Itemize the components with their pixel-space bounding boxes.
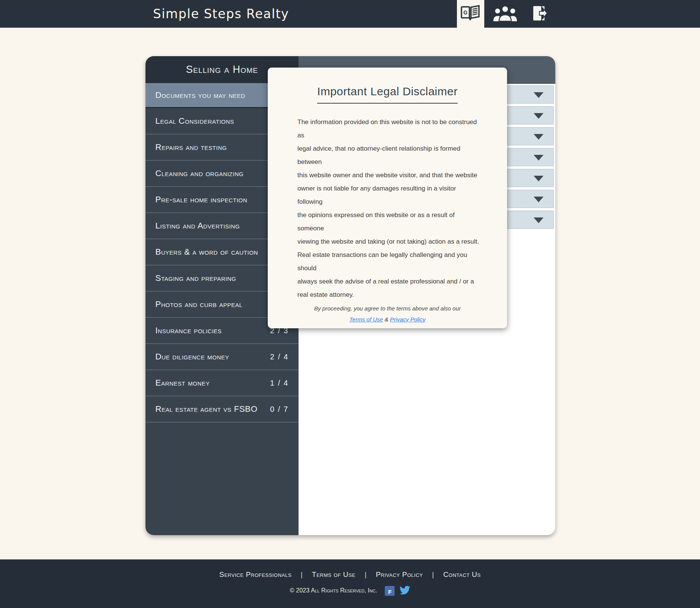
top-navigation-bar: Simple Steps Realty G [0,0,700,28]
sidebar-item-label: Real estate agent vs FSBO [155,404,267,414]
facebook-icon[interactable]: f [385,586,395,596]
svg-text:G: G [463,9,468,16]
chevron-down-icon [534,134,544,140]
sidebar-item-score: 2 / 4 [270,353,289,361]
sidebar-item-label: Earnest money [155,378,267,388]
chevron-down-icon [534,197,544,202]
copyright-text: © 2023 All Rights Reserved, Inc. [290,587,377,594]
sidebar-item[interactable]: Real estate agent vs FSBO0 / 7 [145,396,299,422]
sidebar-item-label: Insurance policies [155,326,267,336]
sidebar-title: Selling a Home [186,64,258,76]
twitter-icon[interactable] [400,585,410,597]
chevron-down-icon [534,176,544,181]
footer-link-separator: | [432,570,434,578]
page: Simple Steps Realty G [0,0,700,608]
chevron-down-icon [534,217,544,223]
page-footer: Service Professionals|Terms of Use|Priva… [0,559,700,608]
agreement-links: Terms of Use & Privacy Policy [268,316,507,323]
legal-disclaimer-modal: Important Legal Disclaimer The informati… [268,68,507,328]
chevron-down-icon [534,155,544,161]
guide-nav-button[interactable]: G [457,0,484,28]
service-professionals-nav-button[interactable] [488,0,522,28]
sidebar-item-score: 1 / 4 [270,379,289,387]
title-underline [317,103,458,104]
sidebar-item-score: 0 / 7 [270,405,289,414]
agreement-note: By proceeding, you agree to the terms ab… [268,305,507,312]
footer-link-privacy-policy[interactable]: Privacy Policy [376,570,423,578]
chevron-down-icon [534,113,544,119]
logout-nav-button[interactable] [529,0,551,28]
sidebar-item-label: Due diligence money [155,352,267,362]
footer-link-separator: | [365,570,367,578]
disclaimer-text: The information provided on this website… [297,115,480,301]
footer-link-contact-us[interactable]: Contact Us [443,570,481,578]
chevron-down-icon [534,92,544,98]
sidebar-item[interactable]: Earnest money1 / 4 [145,370,299,396]
social-icons: f [385,585,410,597]
modal-title: Important Legal Disclaimer [268,85,507,98]
ampersand-text: & [385,316,389,323]
professionals-icon [493,5,518,23]
footer-link-service-professionals[interactable]: Service Professionals [219,570,291,578]
footer-links: Service Professionals|Terms of Use|Priva… [0,570,700,579]
privacy-policy-link[interactable]: Privacy Policy [390,316,425,323]
footer-link-separator: | [301,570,303,578]
sidebar-item[interactable]: Due diligence money2 / 4 [145,344,299,370]
exit-icon [532,5,548,23]
guide-book-icon: G [460,5,481,24]
site-logo: Simple Steps Realty [153,0,289,28]
footer-copyright-row: © 2023 All Rights Reserved, Inc. f [0,585,700,597]
terms-of-use-link[interactable]: Terms of Use [349,316,383,323]
footer-link-terms-of-use[interactable]: Terms of Use [312,570,356,578]
